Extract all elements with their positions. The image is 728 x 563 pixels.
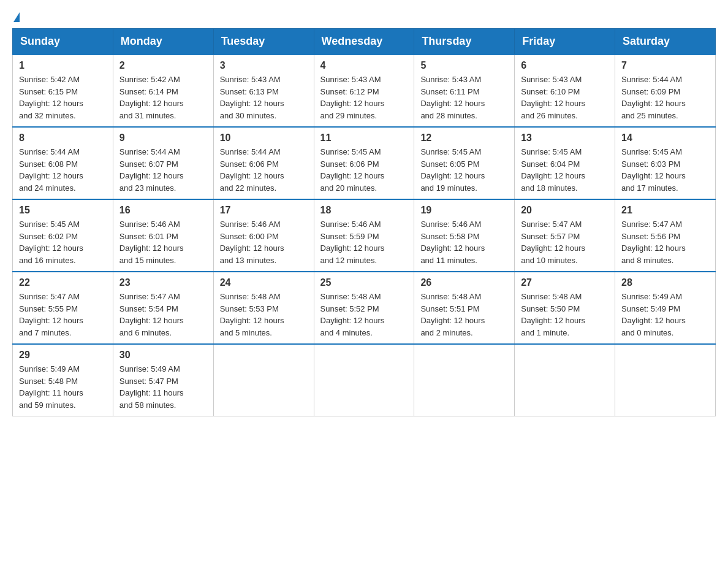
day-info: Sunrise: 5:45 AMSunset: 6:04 PMDaylight:… <box>521 146 609 194</box>
calendar-header-row: SundayMondayTuesdayWednesdayThursdayFrid… <box>13 29 716 55</box>
calendar-cell: 30 Sunrise: 5:49 AMSunset: 5:47 PMDaylig… <box>113 344 213 416</box>
day-info: Sunrise: 5:44 AMSunset: 6:06 PMDaylight:… <box>220 146 308 194</box>
calendar-cell: 17 Sunrise: 5:46 AMSunset: 6:00 PMDaylig… <box>213 199 314 272</box>
weekday-header-tuesday: Tuesday <box>213 29 314 55</box>
day-info: Sunrise: 5:48 AMSunset: 5:52 PMDaylight:… <box>320 291 408 339</box>
calendar-cell: 11 Sunrise: 5:45 AMSunset: 6:06 PMDaylig… <box>314 127 414 199</box>
calendar-cell: 26 Sunrise: 5:48 AMSunset: 5:51 PMDaylig… <box>414 272 515 344</box>
day-info: Sunrise: 5:46 AMSunset: 6:01 PMDaylight:… <box>119 218 207 266</box>
calendar-cell: 7 Sunrise: 5:44 AMSunset: 6:09 PMDayligh… <box>615 55 716 127</box>
day-number: 29 <box>19 350 107 361</box>
day-info: Sunrise: 5:48 AMSunset: 5:50 PMDaylight:… <box>521 291 609 339</box>
calendar-cell: 20 Sunrise: 5:47 AMSunset: 5:57 PMDaylig… <box>515 199 615 272</box>
calendar-cell: 9 Sunrise: 5:44 AMSunset: 6:07 PMDayligh… <box>113 127 213 199</box>
day-number: 10 <box>220 132 308 144</box>
day-info: Sunrise: 5:43 AMSunset: 6:10 PMDaylight:… <box>521 74 609 121</box>
calendar-cell: 19 Sunrise: 5:46 AMSunset: 5:58 PMDaylig… <box>414 199 515 272</box>
page-header <box>12 12 716 22</box>
day-number: 19 <box>420 205 508 216</box>
day-info: Sunrise: 5:44 AMSunset: 6:09 PMDaylight:… <box>621 74 709 121</box>
day-number: 15 <box>19 205 107 216</box>
day-info: Sunrise: 5:44 AMSunset: 6:08 PMDaylight:… <box>19 146 107 194</box>
day-number: 24 <box>220 277 308 288</box>
day-info: Sunrise: 5:49 AMSunset: 5:47 PMDaylight:… <box>119 363 207 411</box>
weekday-header-sunday: Sunday <box>13 29 113 55</box>
calendar-cell: 29 Sunrise: 5:49 AMSunset: 5:48 PMDaylig… <box>13 344 113 416</box>
day-info: Sunrise: 5:44 AMSunset: 6:07 PMDaylight:… <box>119 146 207 194</box>
day-number: 3 <box>220 60 308 71</box>
calendar-cell: 22 Sunrise: 5:47 AMSunset: 5:55 PMDaylig… <box>13 272 113 344</box>
weekday-header-monday: Monday <box>113 29 213 55</box>
day-info: Sunrise: 5:46 AMSunset: 5:59 PMDaylight:… <box>320 218 408 266</box>
calendar-table: SundayMondayTuesdayWednesdayThursdayFrid… <box>12 28 716 416</box>
day-number: 17 <box>220 205 308 216</box>
calendar-cell: 2 Sunrise: 5:42 AMSunset: 6:14 PMDayligh… <box>113 55 213 127</box>
day-info: Sunrise: 5:43 AMSunset: 6:12 PMDaylight:… <box>320 74 408 121</box>
calendar-cell <box>615 344 716 416</box>
day-info: Sunrise: 5:45 AMSunset: 6:03 PMDaylight:… <box>621 146 709 194</box>
calendar-cell: 5 Sunrise: 5:43 AMSunset: 6:11 PMDayligh… <box>414 55 515 127</box>
calendar-cell <box>314 344 414 416</box>
day-info: Sunrise: 5:45 AMSunset: 6:02 PMDaylight:… <box>19 218 107 266</box>
calendar-cell: 10 Sunrise: 5:44 AMSunset: 6:06 PMDaylig… <box>213 127 314 199</box>
calendar-week-row: 29 Sunrise: 5:49 AMSunset: 5:48 PMDaylig… <box>13 344 716 416</box>
calendar-cell <box>213 344 314 416</box>
day-info: Sunrise: 5:46 AMSunset: 6:00 PMDaylight:… <box>220 218 308 266</box>
calendar-week-row: 22 Sunrise: 5:47 AMSunset: 5:55 PMDaylig… <box>13 272 716 344</box>
logo-triangle-icon <box>13 12 20 22</box>
calendar-cell <box>515 344 615 416</box>
day-number: 9 <box>119 132 207 144</box>
calendar-cell: 18 Sunrise: 5:46 AMSunset: 5:59 PMDaylig… <box>314 199 414 272</box>
calendar-cell: 21 Sunrise: 5:47 AMSunset: 5:56 PMDaylig… <box>615 199 716 272</box>
day-number: 2 <box>119 60 207 71</box>
calendar-cell: 6 Sunrise: 5:43 AMSunset: 6:10 PMDayligh… <box>515 55 615 127</box>
day-info: Sunrise: 5:47 AMSunset: 5:56 PMDaylight:… <box>621 218 709 266</box>
calendar-week-row: 15 Sunrise: 5:45 AMSunset: 6:02 PMDaylig… <box>13 199 716 272</box>
weekday-header-friday: Friday <box>515 29 615 55</box>
day-info: Sunrise: 5:47 AMSunset: 5:57 PMDaylight:… <box>521 218 609 266</box>
calendar-cell <box>414 344 515 416</box>
day-info: Sunrise: 5:45 AMSunset: 6:05 PMDaylight:… <box>420 146 508 194</box>
day-number: 20 <box>521 205 609 216</box>
day-number: 22 <box>19 277 107 288</box>
calendar-week-row: 8 Sunrise: 5:44 AMSunset: 6:08 PMDayligh… <box>13 127 716 199</box>
calendar-cell: 28 Sunrise: 5:49 AMSunset: 5:49 PMDaylig… <box>615 272 716 344</box>
day-number: 25 <box>320 277 408 288</box>
calendar-cell: 16 Sunrise: 5:46 AMSunset: 6:01 PMDaylig… <box>113 199 213 272</box>
calendar-cell: 27 Sunrise: 5:48 AMSunset: 5:50 PMDaylig… <box>515 272 615 344</box>
day-info: Sunrise: 5:49 AMSunset: 5:49 PMDaylight:… <box>621 291 709 339</box>
day-info: Sunrise: 5:48 AMSunset: 5:53 PMDaylight:… <box>220 291 308 339</box>
day-info: Sunrise: 5:48 AMSunset: 5:51 PMDaylight:… <box>420 291 508 339</box>
day-number: 18 <box>320 205 408 216</box>
day-info: Sunrise: 5:46 AMSunset: 5:58 PMDaylight:… <box>420 218 508 266</box>
calendar-cell: 25 Sunrise: 5:48 AMSunset: 5:52 PMDaylig… <box>314 272 414 344</box>
calendar-cell: 8 Sunrise: 5:44 AMSunset: 6:08 PMDayligh… <box>13 127 113 199</box>
day-number: 30 <box>119 350 207 361</box>
day-number: 13 <box>521 132 609 144</box>
day-info: Sunrise: 5:42 AMSunset: 6:14 PMDaylight:… <box>119 74 207 121</box>
day-number: 16 <box>119 205 207 216</box>
day-number: 8 <box>19 132 107 144</box>
calendar-cell: 3 Sunrise: 5:43 AMSunset: 6:13 PMDayligh… <box>213 55 314 127</box>
day-info: Sunrise: 5:43 AMSunset: 6:13 PMDaylight:… <box>220 74 308 121</box>
day-number: 11 <box>320 132 408 144</box>
logo <box>12 12 20 22</box>
weekday-header-saturday: Saturday <box>615 29 716 55</box>
day-info: Sunrise: 5:45 AMSunset: 6:06 PMDaylight:… <box>320 146 408 194</box>
calendar-cell: 12 Sunrise: 5:45 AMSunset: 6:05 PMDaylig… <box>414 127 515 199</box>
day-number: 21 <box>621 205 709 216</box>
day-info: Sunrise: 5:47 AMSunset: 5:54 PMDaylight:… <box>119 291 207 339</box>
calendar-cell: 15 Sunrise: 5:45 AMSunset: 6:02 PMDaylig… <box>13 199 113 272</box>
day-number: 6 <box>521 60 609 71</box>
day-number: 14 <box>621 132 709 144</box>
day-info: Sunrise: 5:43 AMSunset: 6:11 PMDaylight:… <box>420 74 508 121</box>
day-number: 28 <box>621 277 709 288</box>
calendar-cell: 23 Sunrise: 5:47 AMSunset: 5:54 PMDaylig… <box>113 272 213 344</box>
calendar-cell: 1 Sunrise: 5:42 AMSunset: 6:15 PMDayligh… <box>13 55 113 127</box>
day-number: 23 <box>119 277 207 288</box>
calendar-cell: 14 Sunrise: 5:45 AMSunset: 6:03 PMDaylig… <box>615 127 716 199</box>
calendar-cell: 13 Sunrise: 5:45 AMSunset: 6:04 PMDaylig… <box>515 127 615 199</box>
day-number: 4 <box>320 60 408 71</box>
day-info: Sunrise: 5:42 AMSunset: 6:15 PMDaylight:… <box>19 74 107 121</box>
weekday-header-thursday: Thursday <box>414 29 515 55</box>
